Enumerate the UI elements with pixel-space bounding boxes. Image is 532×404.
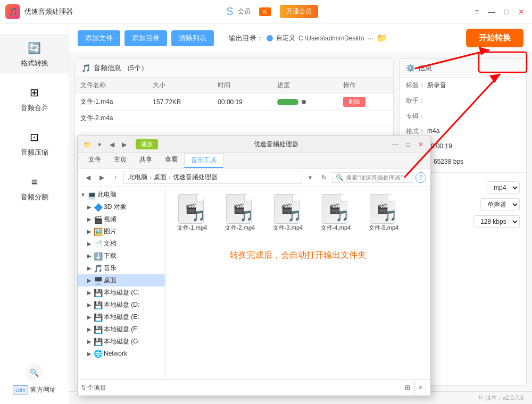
fe-tab-file[interactable]: 文件 [82, 153, 107, 168]
fe-help-button[interactable]: ? [415, 172, 426, 183]
sidebar-search-button[interactable]: 🔍 [26, 364, 43, 381]
add-file-button[interactable]: 添加文件 [78, 30, 120, 46]
tree-item-thispc[interactable]: ▼ 💻 此电脑 [78, 189, 165, 201]
cell-filename: 文件-1.m4a [75, 94, 147, 111]
tree-icon-disk-g: 💾 [94, 338, 103, 346]
fe-forward-button[interactable]: ▶ [96, 172, 107, 183]
fe-back-button[interactable]: ◀ [82, 172, 94, 183]
fe-tree-panel: ▼ 💻 此电脑 ▶ 🔷 3D 对象 ▶ 🎬 视频 ▶ 🖼️ 图片 ▶ � [78, 187, 165, 379]
output-dir-area: 输出目录： 自定义 C:\Users\admin\Deskto ··· 📁 [229, 33, 387, 43]
tree-item-downloads[interactable]: ▶ ⬇️ 下载 [78, 250, 165, 262]
hamburger-icon[interactable]: ≡ [471, 6, 482, 17]
tree-label-3d: 3D 对象 [104, 203, 127, 212]
minimize-button[interactable]: — [486, 6, 497, 17]
right-panel-title: 信息 [418, 63, 432, 73]
fe-folder-icons: 📁 ▾ ◀ ▶ [82, 140, 129, 149]
tree-item-disk-f[interactable]: ▶ 💾 本地磁盘 (F: [78, 323, 165, 335]
fe-titlebar: 📁 ▾ ◀ ▶ 播放 优速音频处理器 — □ ✕ [78, 136, 430, 153]
tree-label-disk-d: 本地磁盘 (D: [104, 300, 139, 309]
file-icon-4: 🎬 🎵 [322, 194, 350, 222]
output-radio[interactable] [267, 35, 273, 41]
fe-dropdown-button[interactable]: ▾ [304, 172, 316, 183]
sidebar-item-audio-compress[interactable]: ⊡ 音频压缩 [0, 123, 69, 163]
fe-tab-view[interactable]: 查看 [159, 153, 184, 168]
delete-file-button[interactable]: 删除 [343, 97, 365, 107]
fe-minimize-button[interactable]: — [390, 139, 401, 150]
add-dir-button[interactable]: 添加目录 [124, 30, 167, 46]
member-text: 会员 [238, 7, 251, 16]
fe-search-input[interactable] [346, 174, 410, 181]
output-dots-button[interactable]: ··· [367, 34, 373, 43]
fe-tab-music-tools[interactable]: 音乐工具 [184, 153, 223, 168]
fe-tab-share[interactable]: 共享 [133, 153, 159, 168]
app-title: 优速音频处理器 [24, 7, 73, 16]
list-item[interactable]: 🎬 🎵 文件-2.mp4 [219, 192, 261, 234]
sidebar-item-audio-merge[interactable]: ⊞ 音频合并 [0, 79, 69, 118]
list-item[interactable]: 🎬 🎵 文件-5.mp4 [362, 192, 405, 234]
list-item[interactable]: 🎬 🎵 文件-4.mp4 [314, 192, 357, 234]
fe-play-button[interactable]: 播放 [136, 139, 158, 149]
tree-label-video: 视频 [104, 215, 117, 224]
tree-icon-video: 🎬 [94, 215, 103, 224]
clear-list-button[interactable]: 清除列表 [171, 30, 214, 46]
tree-expand-disk-g: ▶ [86, 339, 93, 344]
tree-item-3d[interactable]: ▶ 🔷 3D 对象 [78, 201, 165, 213]
tree-item-music[interactable]: ▶ 🎵 音乐 [78, 262, 165, 274]
file-name-3: 文件-3.mp4 [273, 224, 303, 232]
cell-size: 157.72KB [147, 94, 212, 111]
cell-filename2: 文件-2.m4a [75, 111, 147, 127]
breadcrumb-part-1: 桌面 [154, 173, 167, 182]
tree-item-disk-c[interactable]: ▶ 💾 本地磁盘 (C: [78, 287, 165, 299]
fe-view-grid-button[interactable]: ⊞ [402, 382, 413, 393]
file-name-1: 文件-1.mp4 [177, 224, 207, 232]
official-site-link[interactable]: com 官方网址 [9, 381, 60, 399]
list-item[interactable]: 🎬 🎵 文件-1.mp4 [171, 192, 213, 234]
tree-label-pictures: 图片 [104, 227, 117, 236]
tree-item-video[interactable]: ▶ 🎬 视频 [78, 213, 165, 225]
media-icon-4: 🎵 [336, 209, 349, 222]
quality-select[interactable]: 128 kbps 192 kbps 320 kbps [473, 215, 520, 228]
sidebar-item-audio-split[interactable]: ≡ 音频分割 [0, 168, 69, 207]
toolbar: 添加文件 添加目录 清除列表 输出目录： 自定义 C:\Users\admin\… [69, 23, 532, 53]
fe-maximize-button[interactable]: □ [403, 139, 413, 150]
tree-icon-disk-c: 💾 [94, 289, 103, 297]
fe-refresh-button[interactable]: ↻ [318, 172, 330, 183]
file-icon-bg-5: 🎬 🎵 [370, 194, 395, 224]
sidebar-label-format-convert: 格式转换 [21, 58, 48, 68]
sidebar: 🔄 格式转换 ⊞ 音频合并 ⊡ 音频压缩 ≡ 音频分割 🔍 com 官方网址 [0, 23, 69, 404]
fe-tab-home[interactable]: 主页 [107, 153, 133, 168]
channel-select[interactable]: 单声道 立体声 [480, 198, 520, 211]
media-icon-5: 🎵 [384, 209, 397, 222]
tree-item-disk-e[interactable]: ▶ 💾 本地磁盘 (E: [78, 311, 165, 323]
output-folder-button[interactable]: 📁 [377, 33, 387, 43]
fe-view-list-button[interactable]: ≡ [414, 382, 426, 393]
format-value: m4a [427, 127, 439, 136]
fe-title-text: 优速音频处理器 [164, 140, 388, 149]
media-icon-3: 🎵 [288, 209, 301, 222]
maximize-button[interactable]: □ [501, 6, 512, 17]
fe-close-button[interactable]: ✕ [415, 139, 426, 150]
list-item[interactable]: 🎬 🎵 文件-3.mp4 [267, 192, 309, 234]
tree-item-pictures[interactable]: ▶ 🖼️ 图片 [78, 225, 165, 238]
tree-expand-disk-f: ▶ [86, 326, 93, 332]
app-logo: 🎵 [5, 4, 20, 19]
open-member-button[interactable]: 开通会员 [280, 5, 318, 18]
output-format-select[interactable]: mp4 mp3 m4a [487, 181, 520, 194]
fe-up-button[interactable]: ↑ [110, 172, 121, 183]
duration-value: 00:00:19 [427, 142, 452, 152]
tree-item-disk-g[interactable]: ▶ 💾 本地磁盘 (G: [78, 335, 165, 348]
close-button[interactable]: ✕ [516, 6, 527, 17]
tree-item-docs[interactable]: ▶ 📄 文档 [78, 238, 165, 250]
sidebar-item-format-convert[interactable]: 🔄 格式转换 [0, 34, 69, 73]
media-icon-1: 🎵 [192, 209, 205, 222]
tree-item-disk-d[interactable]: ▶ 💾 本地磁盘 (D: [78, 299, 165, 311]
fe-search-area: 🔍 [332, 172, 413, 183]
fe-breadcrumb[interactable]: 此电脑 › 桌面 › 优速音频处理器 [123, 171, 302, 184]
col-filename: 文件名称 [75, 78, 147, 94]
right-panel-header: ⚙️ 信息 [400, 59, 526, 78]
tree-item-desktop[interactable]: ▶ 🖥️ 桌面 [78, 274, 165, 287]
cell-size2 [147, 111, 212, 127]
tree-item-network[interactable]: ▶ 🌐 Network [78, 348, 165, 359]
tree-label-network: Network [104, 350, 127, 357]
start-convert-button[interactable]: 开始转换 [466, 29, 523, 47]
